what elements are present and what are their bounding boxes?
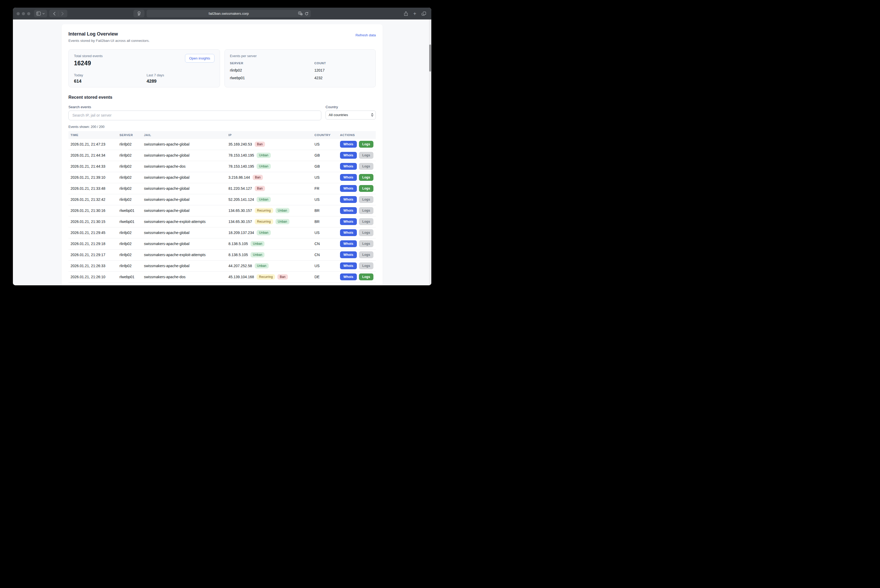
close-window-button[interactable] [16, 12, 20, 15]
event-ip: 44.207.252.58 [228, 264, 252, 268]
whois-button[interactable]: Whois [340, 240, 357, 248]
whois-button[interactable]: Whois [340, 163, 357, 170]
search-input[interactable] [68, 111, 321, 120]
event-server: rlinfp02 [117, 231, 142, 235]
page-settings-button[interactable] [133, 10, 144, 17]
event-ip: 18.209.137.234 [228, 231, 254, 235]
logs-button[interactable]: Logs [359, 262, 374, 270]
whois-button[interactable]: Whois [340, 229, 357, 236]
address-bar[interactable]: fail2ban.swissmakers.corp A x [147, 10, 311, 17]
event-country: GB [312, 153, 338, 158]
badge-unban: Unban [250, 241, 264, 246]
logs-button[interactable]: Logs [359, 185, 374, 192]
event-ip-cell: 45.139.104.168 RecurringBan [226, 274, 312, 279]
logs-button[interactable]: Logs [359, 152, 374, 159]
whois-button[interactable]: Whois [340, 141, 357, 148]
event-time: 2026.01.21, 21:47:23 [68, 142, 117, 146]
screenshot-stage: fail2ban.swissmakers.corp A x [0, 0, 440, 294]
tab-overview-icon[interactable] [421, 12, 426, 16]
event-ip-cell: 78.153.140.195 Unban [226, 164, 312, 169]
whois-button[interactable]: Whois [340, 251, 357, 258]
event-country: CN [312, 242, 338, 246]
event-ip: 8.138.5.105 [228, 253, 248, 257]
logs-button[interactable]: Logs [359, 240, 374, 248]
logs-button[interactable]: Logs [359, 207, 374, 214]
event-server: rlinfp02 [117, 153, 142, 158]
whois-button[interactable]: Whois [340, 152, 357, 159]
event-badges: Unban [256, 197, 271, 202]
open-insights-button[interactable]: Open insights [185, 54, 214, 63]
page-viewport: Internal Log Overview Events stored by F… [13, 20, 431, 285]
server-name: rlinfp02 [230, 68, 315, 72]
event-badges: Unban [256, 153, 271, 158]
chevron-down-icon [42, 13, 45, 15]
event-badges: Ban [255, 186, 265, 191]
event-time: 2026.01.21, 21:30:16 [68, 208, 117, 213]
whois-button[interactable]: Whois [340, 262, 357, 270]
event-actions: Whois Logs [338, 229, 376, 236]
event-jail: swissmakers-apache-global [142, 264, 226, 268]
event-ip: 35.169.240.53 [228, 142, 252, 146]
country-label: Country [325, 105, 376, 109]
col-jail: JAIL [142, 134, 226, 136]
badge-unban: Unban [256, 230, 271, 235]
event-time: 2026.01.21, 21:44:34 [68, 153, 117, 158]
scrollbar-thumb[interactable] [429, 45, 431, 72]
whois-button[interactable]: Whois [340, 185, 357, 192]
event-badges: Ban [255, 142, 265, 147]
minimize-window-button[interactable] [22, 12, 25, 15]
event-server: rlwebp01 [117, 219, 142, 224]
total-events-value: 16249 [74, 60, 103, 67]
reload-icon[interactable] [305, 12, 309, 15]
logs-button[interactable]: Logs [359, 196, 374, 203]
event-server: rlinfp02 [117, 242, 142, 246]
table-row: 2026.01.21, 21:30:15 rlwebp01 swissmaker… [68, 216, 376, 227]
event-ip-cell: 8.138.5.105 Unban [226, 241, 312, 246]
table-row: 2026.01.21, 21:26:10 rlwebp01 swissmaker… [68, 272, 376, 283]
per-server-row: rlinfp02 12017 [230, 68, 370, 72]
sidebar-toggle-button[interactable] [34, 10, 47, 17]
event-country: CN [312, 253, 338, 257]
country-select[interactable]: All countries [325, 111, 376, 120]
zoom-window-button[interactable] [27, 12, 30, 15]
back-button[interactable] [50, 10, 58, 17]
logs-button[interactable]: Logs [359, 174, 374, 181]
whois-button[interactable]: Whois [340, 273, 357, 280]
event-ip: 45.139.104.168 [228, 275, 254, 279]
logs-button[interactable]: Logs [359, 163, 374, 170]
translate-icon[interactable]: A x [298, 12, 303, 15]
col-time: TIME [68, 134, 117, 136]
share-icon[interactable] [404, 11, 408, 16]
event-server: rlwebp01 [117, 208, 142, 213]
filter-row: Search events Country All countries [68, 105, 376, 120]
badge-unban: Unban [256, 153, 271, 158]
event-actions: Whois Logs [338, 218, 376, 225]
logs-button[interactable]: Logs [359, 251, 374, 258]
event-ip-cell: 18.209.137.234 Unban [226, 230, 312, 235]
logs-button[interactable]: Logs [359, 229, 374, 236]
table-row: 2026.01.21, 21:44:33 rlinfp02 swissmaker… [68, 161, 376, 172]
whois-button[interactable]: Whois [340, 207, 357, 214]
event-badges: Ban [253, 175, 263, 180]
url-text: fail2ban.swissmakers.corp [209, 12, 249, 15]
events-table: TIME SERVER JAIL IP COUNTRY ACTIONS 2026… [68, 131, 376, 283]
new-tab-icon[interactable]: + [413, 11, 416, 16]
logs-button[interactable]: Logs [359, 218, 374, 225]
country-select-value: All countries [329, 113, 348, 117]
logs-button[interactable]: Logs [359, 273, 374, 280]
badge-unban: Unban [256, 164, 271, 169]
whois-button[interactable]: Whois [340, 218, 357, 225]
forward-button[interactable] [58, 10, 66, 17]
refresh-data-link[interactable]: Refresh data [355, 33, 376, 37]
event-time: 2026.01.21, 21:32:42 [68, 197, 117, 202]
whois-button[interactable]: Whois [340, 174, 357, 181]
events-table-header: TIME SERVER JAIL IP COUNTRY ACTIONS [68, 131, 376, 139]
window-controls [16, 12, 30, 15]
server-count: 12017 [315, 68, 370, 72]
event-badges: RecurringUnban [255, 219, 289, 224]
badge-unban: Unban [255, 263, 269, 268]
select-chevrons-icon [371, 113, 373, 117]
event-server: rlinfp02 [117, 186, 142, 190]
logs-button[interactable]: Logs [359, 141, 374, 148]
whois-button[interactable]: Whois [340, 196, 357, 203]
